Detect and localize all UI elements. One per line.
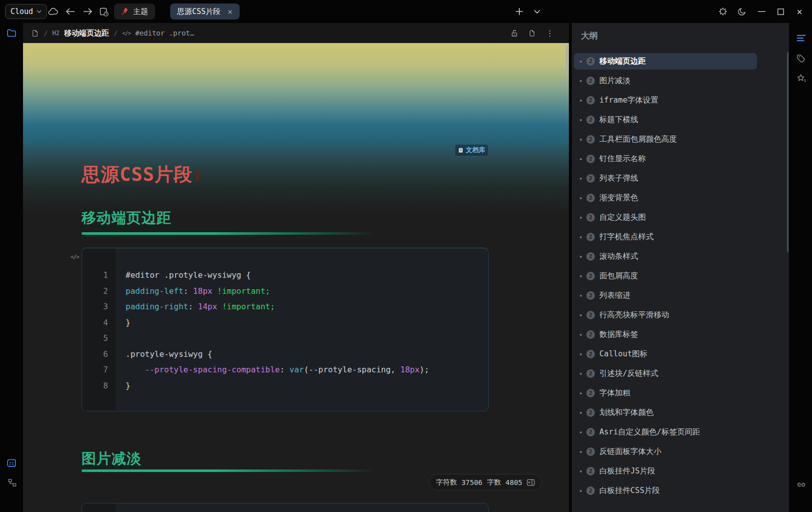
code-line[interactable]: 8}	[82, 378, 488, 394]
outline-item[interactable]: 2白板挂件JS片段	[574, 463, 757, 479]
heading-level-icon: 2	[586, 77, 595, 85]
code-text: .protyle-wysiwyg {	[116, 346, 212, 362]
outline-item[interactable]: 2标题下横线	[574, 112, 757, 128]
code-text: }	[116, 315, 131, 331]
bullet-dot-icon	[580, 100, 582, 102]
breadcrumb-heading[interactable]: 移动端页边距	[64, 29, 109, 38]
theme-moon-icon[interactable]	[735, 6, 747, 18]
bullet-dot-icon	[580, 158, 582, 160]
outline-item[interactable]: 2移动端页边距	[574, 53, 757, 70]
outline-item[interactable]: 2渐变背景色	[574, 190, 757, 206]
bullet-dot-icon	[580, 373, 582, 375]
next-code-block-partial[interactable]	[82, 503, 489, 512]
outline-item-label: Callout图标	[599, 349, 647, 359]
plugin-gear-icon[interactable]	[717, 6, 729, 18]
unlock-icon[interactable]	[510, 29, 519, 38]
bullet-dot-icon	[580, 490, 582, 492]
outline-item-label: Asri自定义颜色/标签页间距	[599, 427, 700, 437]
code-line[interactable]: 2padding-left: 18px !important;	[82, 283, 488, 299]
cloud-sync-icon[interactable]	[48, 6, 59, 17]
code-block-gutter-icon[interactable]: </>	[71, 254, 79, 260]
heading-level-icon: 2	[586, 350, 595, 358]
outline-item[interactable]: 2Callout图标	[574, 346, 757, 362]
close-window-icon[interactable]: ×	[793, 6, 805, 18]
code-lines[interactable]: 1#editor .protyle-wysiwyg {2padding-left…	[82, 267, 488, 393]
outline-item[interactable]: 2字体加粗	[574, 385, 757, 401]
word-count-status[interactable]: 字符数 37506 字数 4805	[429, 474, 542, 490]
outline-item[interactable]: 2Asri自定义颜色/标签页间距	[574, 424, 757, 440]
code-gutter	[82, 503, 116, 512]
outline-item[interactable]: 2图片减淡	[574, 73, 757, 89]
outline-item[interactable]: 2滚动条样式	[574, 248, 757, 265]
outline-item[interactable]: 2划线和字体颜色	[574, 404, 757, 421]
line-number: 2	[82, 283, 116, 299]
outline-item[interactable]: 2iframe字体设置	[574, 92, 757, 109]
code-line[interactable]: 7 --protyle-spacing-compatible: var(--pr…	[82, 362, 488, 378]
database-icon[interactable]	[6, 457, 18, 469]
outline-item-label: 白板挂件CSS片段	[599, 485, 660, 496]
tab-close-icon[interactable]: ×	[228, 7, 233, 17]
outline-item[interactable]: 2白板挂件CSS片段	[574, 482, 757, 499]
bullet-dot-icon	[580, 61, 582, 63]
outline-item[interactable]: 2工具栏面包屑颜色高度	[574, 131, 757, 148]
line-number: 3	[82, 299, 116, 315]
outline-item[interactable]: 2反链面板字体大小	[574, 443, 757, 460]
section-heading-2[interactable]: 图片减淡	[82, 449, 142, 469]
breadcrumb-code[interactable]: #editor .prot…	[135, 29, 194, 37]
code-line[interactable]: 5	[82, 330, 488, 346]
text-cursor	[196, 171, 199, 181]
back-icon[interactable]	[65, 6, 76, 17]
heading-level-icon: 2	[586, 233, 595, 241]
file-tree-icon[interactable]	[6, 27, 18, 39]
bullet-dot-icon	[580, 236, 582, 238]
bullet-dot-icon	[580, 295, 582, 297]
outline-dock-icon[interactable]	[795, 32, 807, 44]
bullet-dot-icon	[580, 178, 582, 180]
heading-level-icon: 2	[586, 174, 595, 183]
app-window: Cloud 主题 思源CSS片段 ×	[0, 0, 812, 512]
outline-item-label: 图片减淡	[599, 76, 630, 86]
tab-list-chevron-icon[interactable]	[531, 6, 542, 17]
code-line[interactable]: 4}	[82, 315, 488, 331]
new-tab-icon[interactable]	[514, 6, 525, 17]
bullet-dot-icon	[580, 431, 582, 433]
outline-item[interactable]: 2列表子弹线	[574, 170, 757, 187]
doc-info-icon[interactable]	[527, 29, 536, 38]
more-kebab-icon[interactable]: ⋮	[545, 29, 554, 38]
code-text: padding-left: 18px !important;	[116, 283, 270, 299]
tag-dock-icon[interactable]	[795, 53, 807, 65]
char-count-label: 字符数	[436, 478, 457, 487]
outline-item[interactable]: 2列表缩进	[574, 287, 757, 304]
code-line[interactable]: 3padding-right: 14px !important;	[82, 299, 488, 315]
right-dock	[789, 23, 812, 512]
outline-item[interactable]: 2引述块/反链样式	[574, 365, 757, 382]
code-line[interactable]: 6.protyle-wysiwyg {	[82, 346, 488, 362]
minimize-icon[interactable]	[755, 6, 767, 18]
code-line[interactable]: 1#editor .protyle-wysiwyg {	[82, 267, 488, 283]
forward-icon[interactable]	[82, 6, 93, 17]
workspace-switcher[interactable]: Cloud	[5, 4, 47, 19]
outline-item[interactable]: 2面包屑高度	[574, 268, 757, 284]
document-title[interactable]: 思源CSS片段	[82, 162, 199, 187]
outline-item[interactable]: 2数据库标签	[574, 326, 757, 343]
tab-theme[interactable]: 主题	[114, 4, 155, 20]
outline-scrollbar[interactable]	[787, 52, 788, 252]
backlink-dock-icon[interactable]	[795, 478, 807, 490]
doc-library-tag[interactable]: 文档库	[455, 145, 488, 156]
heading-level-icon: 2	[586, 194, 595, 202]
outline-item[interactable]: 2钉住显示名称	[574, 151, 757, 167]
outline-item[interactable]: 2行高亮块标平滑移动	[574, 307, 757, 323]
history-icon[interactable]	[98, 6, 109, 17]
document-icon[interactable]	[31, 29, 39, 38]
outline-item[interactable]: 2自定义题头图	[574, 209, 757, 226]
bullet-dot-icon	[580, 451, 582, 453]
section-heading-1[interactable]: 移动端页边距	[82, 208, 172, 228]
editor-scrollbar[interactable]	[566, 45, 568, 75]
css-code-block[interactable]: 1#editor .protyle-wysiwyg {2padding-left…	[82, 248, 489, 411]
tab-siyuan-css[interactable]: 思源CSS片段 ×	[170, 4, 240, 20]
bookmark-star-dock-icon[interactable]	[795, 72, 807, 84]
graph-icon[interactable]	[6, 476, 18, 488]
banner-image[interactable]	[23, 43, 569, 214]
outline-item[interactable]: 2打字机焦点样式	[574, 229, 757, 245]
maximize-icon[interactable]	[774, 6, 786, 18]
